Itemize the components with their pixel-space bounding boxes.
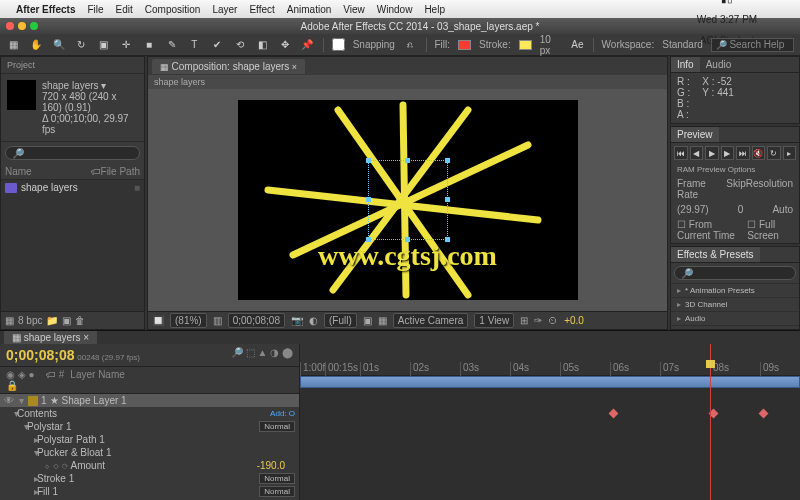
preview-tab[interactable]: Preview <box>671 127 719 142</box>
guides-icon[interactable]: ⊞ <box>520 315 528 326</box>
stroke-group[interactable]: Stroke 1 <box>37 473 74 484</box>
col-name[interactable]: Name <box>5 166 91 177</box>
keyframe-icon[interactable] <box>609 409 619 419</box>
puppet-tool-icon[interactable]: 📌 <box>300 37 315 53</box>
layer-color[interactable] <box>28 396 38 406</box>
fullscreen-checkbox[interactable]: ☐ Full Screen <box>747 219 793 241</box>
amount-value[interactable]: -190.0 <box>257 460 285 471</box>
delete-icon[interactable]: 🗑 <box>75 315 85 326</box>
snapshot-icon[interactable]: 📷 <box>291 315 303 326</box>
time-ruler[interactable]: 1:00f 00:15s 01s 02s 03s 04s 05s 06s 07s… <box>300 344 800 376</box>
anchor-tool-icon[interactable]: ✛ <box>119 37 134 53</box>
loop-button[interactable]: ↻ <box>767 146 781 160</box>
roto-tool-icon[interactable]: ✥ <box>278 37 293 53</box>
from-current-checkbox[interactable]: ☐ From Current Time <box>677 219 747 241</box>
stamp-tool-icon[interactable]: ⟲ <box>232 37 247 53</box>
fill-group[interactable]: Fill 1 <box>37 486 58 497</box>
blend-mode-select[interactable]: Normal <box>259 473 295 484</box>
magnify-icon[interactable]: 🔲 <box>152 315 164 326</box>
visibility-icon[interactable]: 👁 <box>4 395 14 406</box>
polystar-path[interactable]: Polystar Path 1 <box>37 434 105 445</box>
audio-tab[interactable]: Audio <box>700 57 738 72</box>
rotate-tool-icon[interactable]: ↻ <box>74 37 89 53</box>
timeline-tab[interactable]: ▦ shape layers × <box>4 331 97 344</box>
col-layer-name[interactable]: Layer Name <box>70 369 124 391</box>
preset-item[interactable]: * Animation Presets <box>671 283 799 297</box>
camera-select[interactable]: Active Camera <box>393 313 469 328</box>
polystar-group[interactable]: Polystar 1 <box>27 421 71 432</box>
composition-tab[interactable]: ▦ Composition: shape layers × <box>152 59 305 74</box>
search-help-input[interactable]: 🔎 Search Help <box>711 38 794 52</box>
mask-icon[interactable]: ✑ <box>534 315 542 326</box>
bezier-icon[interactable]: Ae <box>570 37 585 53</box>
res-icon[interactable]: ▥ <box>213 315 222 326</box>
preset-item[interactable]: Audio <box>671 311 799 325</box>
timehud-icon[interactable]: ⏲ <box>548 315 558 326</box>
menu-view[interactable]: View <box>343 4 365 15</box>
battery-icon[interactable]: ▮▯ <box>721 0 733 4</box>
eraser-tool-icon[interactable]: ◧ <box>255 37 270 53</box>
menu-appname[interactable]: After Effects <box>16 4 75 15</box>
camera-tool-icon[interactable]: ▣ <box>97 37 112 53</box>
col-filepath[interactable]: File Path <box>101 166 140 177</box>
playhead[interactable] <box>710 344 711 500</box>
pen-tool-icon[interactable]: ✎ <box>164 37 179 53</box>
current-timecode[interactable]: 0;00;08;08 <box>6 347 75 363</box>
framerate-value[interactable]: (29.97) <box>677 204 709 215</box>
workspace-select[interactable]: Standard <box>662 39 703 50</box>
first-frame-button[interactable]: ⏮ <box>674 146 688 160</box>
snap-opts-icon[interactable]: ⎌ <box>403 37 418 53</box>
menu-edit[interactable]: Edit <box>116 4 133 15</box>
add-button[interactable]: Add: O <box>270 409 295 418</box>
bpc-button[interactable]: 8 bpc <box>18 315 42 326</box>
mute-button[interactable]: 🔇 <box>752 146 766 160</box>
menu-layer[interactable]: Layer <box>212 4 237 15</box>
clock[interactable]: Wed 3:27 PM <box>697 14 757 25</box>
menu-file[interactable]: File <box>87 4 103 15</box>
skip-value[interactable]: 0 <box>738 204 744 215</box>
blend-mode-select[interactable]: Normal <box>259 421 295 432</box>
project-tab[interactable]: Project <box>1 57 144 74</box>
new-comp-icon[interactable]: ▣ <box>62 315 71 326</box>
ram-preview-button[interactable]: ▸ <box>783 146 797 160</box>
prev-frame-button[interactable]: ◀ <box>690 146 704 160</box>
zoom-select[interactable]: (81%) <box>170 313 207 328</box>
preset-item[interactable]: 3D Channel <box>671 297 799 311</box>
layer-row[interactable]: 👁 ▾ 1 ★Shape Layer 1 <box>0 394 299 407</box>
type-tool-icon[interactable]: T <box>187 37 202 53</box>
layer-name[interactable]: Shape Layer 1 <box>62 395 127 406</box>
zoom-icon[interactable] <box>30 22 38 30</box>
last-frame-button[interactable]: ⏭ <box>736 146 750 160</box>
resolution-select[interactable]: (Full) <box>324 313 357 328</box>
play-button[interactable]: ▶ <box>705 146 719 160</box>
fill-swatch[interactable] <box>458 40 471 50</box>
next-frame-button[interactable]: ▶ <box>721 146 735 160</box>
project-item[interactable]: shape layers ■ <box>1 180 144 195</box>
ram-preview-options[interactable]: RAM Preview Options <box>671 163 799 176</box>
effects-search-input[interactable]: 🔎 <box>674 266 796 280</box>
blend-mode-select[interactable]: Normal <box>259 486 295 497</box>
stroke-swatch[interactable] <box>519 40 532 50</box>
selection-bounds[interactable] <box>368 160 448 240</box>
project-search-input[interactable]: 🔎 <box>5 146 140 160</box>
minimize-icon[interactable] <box>18 22 26 30</box>
transparency-icon[interactable]: ▦ <box>378 315 387 326</box>
contents-group[interactable]: Contents <box>17 408 57 419</box>
roi-icon[interactable]: ▣ <box>363 315 372 326</box>
channel-icon[interactable]: ◐ <box>309 315 318 326</box>
info-tab[interactable]: Info <box>671 57 700 72</box>
layer-track[interactable] <box>300 376 800 388</box>
interpret-icon[interactable]: ▦ <box>5 315 14 326</box>
col-type-icon[interactable]: 🏷 <box>91 166 101 177</box>
col-source[interactable]: 🏷 # <box>46 369 64 391</box>
timeline-tracks[interactable]: 1:00f 00:15s 01s 02s 03s 04s 05s 06s 07s… <box>300 344 800 500</box>
resolution-value[interactable]: Auto <box>772 204 793 215</box>
composition-name[interactable]: shape layers <box>148 75 667 89</box>
pucker-bloat[interactable]: Pucker & Bloat 1 <box>37 447 111 458</box>
menu-effect[interactable]: Effect <box>249 4 274 15</box>
hand-tool-icon[interactable]: ✋ <box>29 37 44 53</box>
menu-window[interactable]: Window <box>377 4 413 15</box>
menu-help[interactable]: Help <box>424 4 445 15</box>
stroke-width[interactable]: 10 px <box>540 34 562 56</box>
snapping-checkbox[interactable] <box>332 38 345 51</box>
